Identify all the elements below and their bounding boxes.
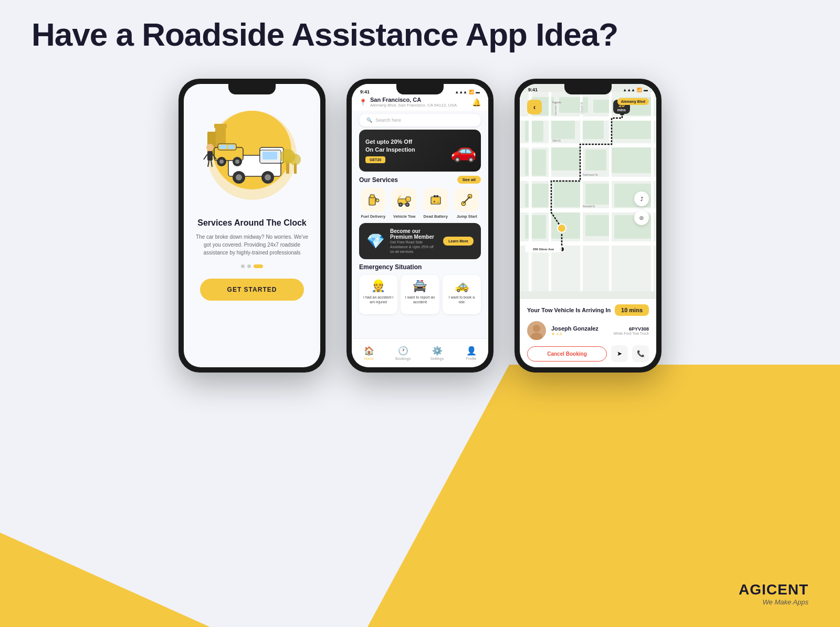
emergency-accident-injured[interactable]: 👷 I had an accident I am injured — [359, 275, 397, 314]
emergency-text-3: I want to book a ride — [447, 295, 477, 304]
nav-home-icon: 🏠 — [364, 346, 374, 356]
emergency-report-accident[interactable]: 🚔 I want to report an accident — [401, 275, 439, 314]
notch — [228, 84, 276, 94]
services-title: Our Services — [359, 176, 398, 184]
svg-point-35 — [376, 199, 379, 202]
nav-bookings-icon: 🕐 — [398, 346, 408, 356]
share-icon: ⤴ — [640, 196, 643, 202]
svg-rect-79 — [529, 92, 532, 291]
onboarding-content: Services Around The Clock The car broke … — [184, 213, 320, 367]
bottom-nav: 🏠 Home 🕐 Bookings ⚙️ Settings 👤 Profile — [352, 338, 488, 367]
back-button-map[interactable]: ‹ — [527, 100, 542, 114]
battery-icon-2: ▬ — [476, 90, 480, 94]
arrival-time-badge: 10 mins — [615, 304, 649, 316]
vehicle-tow-icon — [392, 188, 416, 212]
promo-title: Get upto 20% OffOn Car Inspection — [365, 138, 415, 153]
svg-point-21 — [235, 160, 239, 164]
svg-point-22 — [206, 144, 214, 151]
svg-rect-74 — [520, 116, 656, 121]
svg-rect-81 — [580, 92, 583, 291]
svg-rect-37 — [406, 197, 411, 201]
phones-container: 9:41 ▲▲▲ 📶 ▬ — [26, 79, 814, 373]
status-icons-3: ▲▲▲ 📶 ▬ — [623, 88, 648, 92]
service-fuel-delivery[interactable]: Fuel Delivery — [359, 188, 387, 219]
navigate-button[interactable]: ➤ — [611, 345, 628, 362]
nav-profile-icon: 👤 — [466, 346, 477, 356]
svg-point-96 — [533, 325, 540, 332]
time-3: 9:41 — [528, 87, 538, 92]
svg-text:Fairmount St: Fairmount St — [583, 173, 598, 176]
rating-value: 4.8 — [556, 332, 562, 336]
destination-label-map: Alemany Blvd — [617, 98, 649, 105]
location-pin-icon: 📍 — [359, 99, 367, 106]
svg-rect-17 — [228, 145, 235, 149]
svg-text:359 Silver Ave: 359 Silver Ave — [533, 248, 554, 251]
dot-2 — [247, 264, 251, 268]
nav-home[interactable]: 🏠 Home — [352, 339, 386, 367]
svg-text:30th St: 30th St — [552, 139, 561, 142]
notification-icon[interactable]: 🔔 — [472, 98, 481, 107]
see-all-button[interactable]: See all — [457, 176, 481, 184]
svg-rect-72 — [585, 215, 609, 236]
driver-name: Joseph Gonzalez — [551, 325, 608, 332]
phone1-screen: 9:41 ▲▲▲ 📶 ▬ — [184, 84, 320, 367]
arrival-info-text: Your Tow Vehicle Is Arriving In — [527, 307, 611, 313]
promo-car-icon: 🚗 — [450, 139, 477, 163]
signal-button-map[interactable]: ◎ — [634, 210, 649, 225]
get-started-button[interactable]: GET STARTED — [200, 279, 304, 301]
svg-rect-76 — [520, 177, 656, 181]
svg-text:+: + — [433, 199, 436, 204]
driver-vehicle-info: 6PYV308 White Ford Tow Truck — [613, 326, 649, 335]
svg-rect-23 — [207, 151, 213, 161]
svg-rect-8 — [262, 152, 277, 160]
emergency-text-2: I want to report an accident — [405, 295, 435, 304]
svg-rect-66 — [525, 184, 549, 207]
service-label-tow: Vehicle Tow — [393, 214, 415, 219]
notch-2 — [396, 84, 444, 94]
cancel-booking-button[interactable]: Cancel Booking — [527, 346, 607, 362]
signal-location-icon: ◎ — [639, 215, 644, 220]
phone3-screen: Sanchez St Church St Pomelo 30th St Fair… — [520, 84, 656, 367]
status-bar-3: 9:41 ▲▲▲ 📶 ▬ — [520, 87, 656, 92]
report-accident-icon: 🚔 — [413, 279, 427, 293]
nav-settings-icon: ⚙️ — [432, 346, 443, 356]
emergency-book-ride[interactable]: 🚕 I want to book a ride — [443, 275, 481, 314]
nav-profile[interactable]: 👤 Profile — [454, 339, 488, 367]
action-row: Cancel Booking ➤ 📞 — [527, 345, 649, 362]
promo-code-btn[interactable]: GET20 — [365, 156, 385, 163]
service-vehicle-tow[interactable]: Vehicle Tow — [391, 188, 419, 219]
svg-rect-65 — [612, 147, 651, 173]
search-bar[interactable]: 🔍 Search here — [359, 114, 481, 126]
book-ride-icon: 🚕 — [455, 279, 469, 293]
call-button[interactable]: 📞 — [632, 345, 649, 362]
agicent-name: AGICENT — [739, 581, 808, 598]
location-info: San Francisco, CA Alemany Blvd, San Fran… — [370, 97, 472, 108]
nav-profile-label: Profile — [466, 357, 477, 360]
driver-avatar — [527, 321, 546, 340]
services-section: Our Services See all Fuel — [352, 176, 488, 223]
wifi-icon-3: 📶 — [637, 88, 642, 92]
svg-rect-75 — [520, 143, 656, 147]
battery-icon-3: ▬ — [644, 88, 648, 92]
nav-settings-label: Settings — [430, 357, 444, 360]
svg-rect-71 — [551, 212, 580, 239]
nav-home-label: Home — [364, 357, 374, 360]
agicent-tagline: We Make Apps — [739, 598, 808, 606]
svg-point-19 — [219, 160, 224, 164]
tracking-bottom-panel: Your Tow Vehicle Is Arriving In 10 mins … — [520, 299, 656, 367]
nav-settings[interactable]: ⚙️ Settings — [420, 339, 454, 367]
map-area: Sanchez St Church St Pomelo 30th St Fair… — [520, 84, 656, 299]
share-button-map[interactable]: ⤴ — [634, 192, 649, 206]
bg-decoration-left — [0, 470, 210, 627]
premium-learn-more-btn[interactable]: Learn More — [443, 237, 474, 246]
nav-bookings-label: Bookings — [395, 357, 411, 360]
svg-rect-77 — [520, 208, 656, 212]
services-header: Our Services See all — [359, 176, 481, 184]
svg-line-51 — [464, 197, 470, 204]
svg-rect-63 — [551, 147, 580, 171]
svg-rect-70 — [525, 215, 546, 239]
service-dead-battery[interactable]: + - Dead Battery — [422, 188, 450, 219]
emergency-section: Emergency Situation 👷 I had an accident … — [352, 263, 488, 314]
service-jump-start[interactable]: Jump Start — [453, 188, 481, 219]
nav-bookings[interactable]: 🕐 Bookings — [386, 339, 420, 367]
